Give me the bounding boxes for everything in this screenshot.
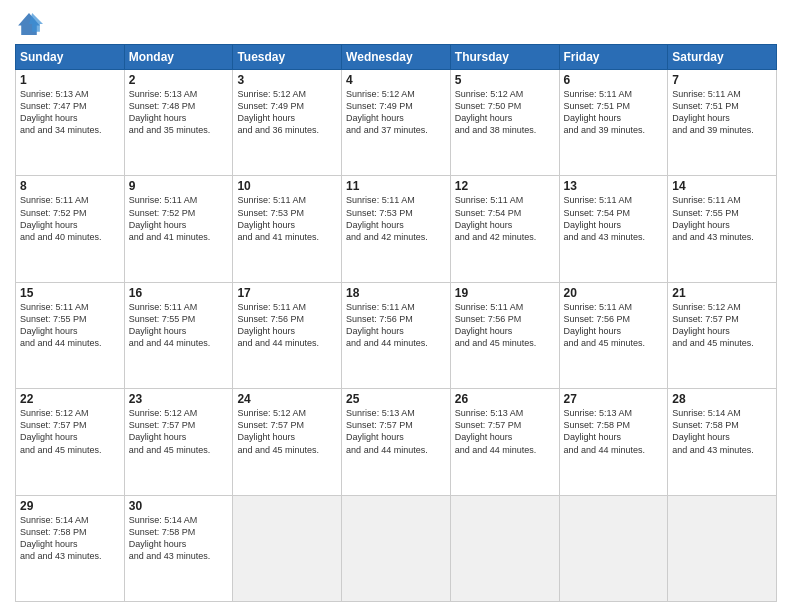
day-number: 12 bbox=[455, 179, 555, 193]
calendar-cell: 25Sunrise: 5:13 AMSunset: 7:57 PMDayligh… bbox=[342, 389, 451, 495]
calendar-cell: 11Sunrise: 5:11 AMSunset: 7:53 PMDayligh… bbox=[342, 176, 451, 282]
calendar-cell: 4Sunrise: 5:12 AMSunset: 7:49 PMDaylight… bbox=[342, 70, 451, 176]
cell-info: Sunrise: 5:11 AMSunset: 7:56 PMDaylight … bbox=[455, 302, 537, 348]
cell-info: Sunrise: 5:11 AMSunset: 7:51 PMDaylight … bbox=[672, 89, 754, 135]
calendar-cell: 17Sunrise: 5:11 AMSunset: 7:56 PMDayligh… bbox=[233, 282, 342, 388]
day-header-saturday: Saturday bbox=[668, 45, 777, 70]
day-number: 29 bbox=[20, 499, 120, 513]
calendar-cell: 8Sunrise: 5:11 AMSunset: 7:52 PMDaylight… bbox=[16, 176, 125, 282]
cell-info: Sunrise: 5:12 AMSunset: 7:57 PMDaylight … bbox=[20, 408, 102, 454]
calendar-cell: 29Sunrise: 5:14 AMSunset: 7:58 PMDayligh… bbox=[16, 495, 125, 601]
day-number: 3 bbox=[237, 73, 337, 87]
cell-info: Sunrise: 5:14 AMSunset: 7:58 PMDaylight … bbox=[129, 515, 211, 561]
logo bbox=[15, 10, 47, 38]
calendar-cell bbox=[342, 495, 451, 601]
cell-info: Sunrise: 5:13 AMSunset: 7:48 PMDaylight … bbox=[129, 89, 211, 135]
calendar-week-5: 29Sunrise: 5:14 AMSunset: 7:58 PMDayligh… bbox=[16, 495, 777, 601]
page: SundayMondayTuesdayWednesdayThursdayFrid… bbox=[0, 0, 792, 612]
day-number: 18 bbox=[346, 286, 446, 300]
calendar-week-1: 1Sunrise: 5:13 AMSunset: 7:47 PMDaylight… bbox=[16, 70, 777, 176]
calendar-cell bbox=[450, 495, 559, 601]
cell-info: Sunrise: 5:12 AMSunset: 7:49 PMDaylight … bbox=[346, 89, 428, 135]
calendar-cell bbox=[559, 495, 668, 601]
day-number: 17 bbox=[237, 286, 337, 300]
day-number: 24 bbox=[237, 392, 337, 406]
cell-info: Sunrise: 5:11 AMSunset: 7:53 PMDaylight … bbox=[237, 195, 319, 241]
day-number: 30 bbox=[129, 499, 229, 513]
calendar-cell bbox=[233, 495, 342, 601]
cell-info: Sunrise: 5:12 AMSunset: 7:57 PMDaylight … bbox=[237, 408, 319, 454]
day-number: 25 bbox=[346, 392, 446, 406]
cell-info: Sunrise: 5:11 AMSunset: 7:56 PMDaylight … bbox=[346, 302, 428, 348]
calendar-cell: 2Sunrise: 5:13 AMSunset: 7:48 PMDaylight… bbox=[124, 70, 233, 176]
calendar-cell: 6Sunrise: 5:11 AMSunset: 7:51 PMDaylight… bbox=[559, 70, 668, 176]
day-number: 15 bbox=[20, 286, 120, 300]
day-header-wednesday: Wednesday bbox=[342, 45, 451, 70]
day-number: 21 bbox=[672, 286, 772, 300]
calendar-cell: 7Sunrise: 5:11 AMSunset: 7:51 PMDaylight… bbox=[668, 70, 777, 176]
cell-info: Sunrise: 5:11 AMSunset: 7:54 PMDaylight … bbox=[564, 195, 646, 241]
day-number: 8 bbox=[20, 179, 120, 193]
day-number: 1 bbox=[20, 73, 120, 87]
logo-icon bbox=[15, 10, 43, 38]
day-number: 6 bbox=[564, 73, 664, 87]
cell-info: Sunrise: 5:11 AMSunset: 7:56 PMDaylight … bbox=[237, 302, 319, 348]
cell-info: Sunrise: 5:14 AMSunset: 7:58 PMDaylight … bbox=[20, 515, 102, 561]
calendar-cell: 23Sunrise: 5:12 AMSunset: 7:57 PMDayligh… bbox=[124, 389, 233, 495]
cell-info: Sunrise: 5:13 AMSunset: 7:57 PMDaylight … bbox=[346, 408, 428, 454]
calendar-cell: 3Sunrise: 5:12 AMSunset: 7:49 PMDaylight… bbox=[233, 70, 342, 176]
cell-info: Sunrise: 5:11 AMSunset: 7:55 PMDaylight … bbox=[20, 302, 102, 348]
calendar-cell: 12Sunrise: 5:11 AMSunset: 7:54 PMDayligh… bbox=[450, 176, 559, 282]
calendar-cell: 22Sunrise: 5:12 AMSunset: 7:57 PMDayligh… bbox=[16, 389, 125, 495]
header bbox=[15, 10, 777, 38]
cell-info: Sunrise: 5:13 AMSunset: 7:58 PMDaylight … bbox=[564, 408, 646, 454]
cell-info: Sunrise: 5:11 AMSunset: 7:52 PMDaylight … bbox=[20, 195, 102, 241]
calendar-week-4: 22Sunrise: 5:12 AMSunset: 7:57 PMDayligh… bbox=[16, 389, 777, 495]
day-number: 23 bbox=[129, 392, 229, 406]
calendar-cell: 21Sunrise: 5:12 AMSunset: 7:57 PMDayligh… bbox=[668, 282, 777, 388]
day-header-thursday: Thursday bbox=[450, 45, 559, 70]
cell-info: Sunrise: 5:11 AMSunset: 7:52 PMDaylight … bbox=[129, 195, 211, 241]
calendar-cell: 13Sunrise: 5:11 AMSunset: 7:54 PMDayligh… bbox=[559, 176, 668, 282]
day-number: 16 bbox=[129, 286, 229, 300]
day-number: 5 bbox=[455, 73, 555, 87]
day-number: 4 bbox=[346, 73, 446, 87]
calendar-cell: 14Sunrise: 5:11 AMSunset: 7:55 PMDayligh… bbox=[668, 176, 777, 282]
cell-info: Sunrise: 5:12 AMSunset: 7:57 PMDaylight … bbox=[129, 408, 211, 454]
day-number: 10 bbox=[237, 179, 337, 193]
calendar-cell: 27Sunrise: 5:13 AMSunset: 7:58 PMDayligh… bbox=[559, 389, 668, 495]
calendar-table: SundayMondayTuesdayWednesdayThursdayFrid… bbox=[15, 44, 777, 602]
calendar-header-row: SundayMondayTuesdayWednesdayThursdayFrid… bbox=[16, 45, 777, 70]
day-header-sunday: Sunday bbox=[16, 45, 125, 70]
calendar-cell: 5Sunrise: 5:12 AMSunset: 7:50 PMDaylight… bbox=[450, 70, 559, 176]
cell-info: Sunrise: 5:13 AMSunset: 7:57 PMDaylight … bbox=[455, 408, 537, 454]
day-header-friday: Friday bbox=[559, 45, 668, 70]
day-number: 11 bbox=[346, 179, 446, 193]
day-number: 2 bbox=[129, 73, 229, 87]
calendar-cell: 20Sunrise: 5:11 AMSunset: 7:56 PMDayligh… bbox=[559, 282, 668, 388]
calendar-cell: 16Sunrise: 5:11 AMSunset: 7:55 PMDayligh… bbox=[124, 282, 233, 388]
cell-info: Sunrise: 5:12 AMSunset: 7:57 PMDaylight … bbox=[672, 302, 754, 348]
day-header-monday: Monday bbox=[124, 45, 233, 70]
calendar-week-3: 15Sunrise: 5:11 AMSunset: 7:55 PMDayligh… bbox=[16, 282, 777, 388]
cell-info: Sunrise: 5:12 AMSunset: 7:49 PMDaylight … bbox=[237, 89, 319, 135]
calendar-cell: 30Sunrise: 5:14 AMSunset: 7:58 PMDayligh… bbox=[124, 495, 233, 601]
cell-info: Sunrise: 5:11 AMSunset: 7:55 PMDaylight … bbox=[129, 302, 211, 348]
day-number: 14 bbox=[672, 179, 772, 193]
calendar-cell: 19Sunrise: 5:11 AMSunset: 7:56 PMDayligh… bbox=[450, 282, 559, 388]
calendar-cell: 24Sunrise: 5:12 AMSunset: 7:57 PMDayligh… bbox=[233, 389, 342, 495]
cell-info: Sunrise: 5:11 AMSunset: 7:53 PMDaylight … bbox=[346, 195, 428, 241]
calendar-cell: 9Sunrise: 5:11 AMSunset: 7:52 PMDaylight… bbox=[124, 176, 233, 282]
day-number: 7 bbox=[672, 73, 772, 87]
calendar-week-2: 8Sunrise: 5:11 AMSunset: 7:52 PMDaylight… bbox=[16, 176, 777, 282]
calendar-cell: 18Sunrise: 5:11 AMSunset: 7:56 PMDayligh… bbox=[342, 282, 451, 388]
cell-info: Sunrise: 5:11 AMSunset: 7:54 PMDaylight … bbox=[455, 195, 537, 241]
calendar-cell: 15Sunrise: 5:11 AMSunset: 7:55 PMDayligh… bbox=[16, 282, 125, 388]
cell-info: Sunrise: 5:11 AMSunset: 7:55 PMDaylight … bbox=[672, 195, 754, 241]
cell-info: Sunrise: 5:11 AMSunset: 7:56 PMDaylight … bbox=[564, 302, 646, 348]
calendar-cell: 10Sunrise: 5:11 AMSunset: 7:53 PMDayligh… bbox=[233, 176, 342, 282]
calendar-cell bbox=[668, 495, 777, 601]
day-number: 22 bbox=[20, 392, 120, 406]
day-number: 9 bbox=[129, 179, 229, 193]
calendar-cell: 28Sunrise: 5:14 AMSunset: 7:58 PMDayligh… bbox=[668, 389, 777, 495]
